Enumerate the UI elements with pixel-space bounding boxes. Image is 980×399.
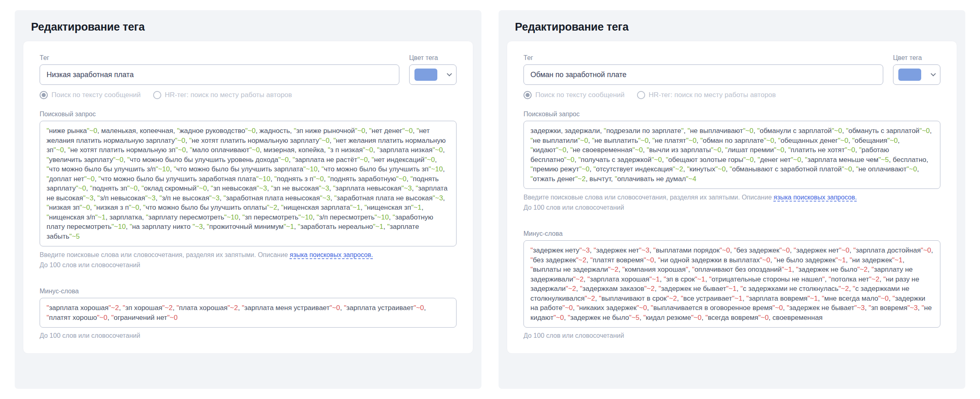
query-language-link[interactable]: языка поисковых запросов. <box>773 194 857 201</box>
tag-row: Тег Цвет тега <box>523 54 940 85</box>
search-query-textarea[interactable]: "ниже рынка"~0, маленькая, копеечная, "ж… <box>40 121 457 246</box>
radio-search-by-message-text[interactable]: Поиск по тексту сообщений <box>40 91 141 99</box>
tag-input[interactable] <box>523 64 883 85</box>
minus-limit-text: До 100 слов или словосочетаний <box>523 331 940 340</box>
search-query-textarea[interactable]: задержки, задержали, "подрезали по зарпл… <box>523 121 940 189</box>
tag-color-swatch <box>414 69 437 81</box>
search-type-radio-group: Поиск по тексту сообщений HR-тег: поиск … <box>40 91 457 99</box>
query-hint-text: Введите поисковые слова или словосочетан… <box>40 251 288 258</box>
query-hint-text: Введите поисковые слова или словосочетан… <box>523 194 772 201</box>
query-limit-text: До 100 слов или словосочетаний <box>40 260 457 270</box>
query-hint: Введите поисковые слова или словосочетан… <box>523 193 940 202</box>
radio-label: HR-тег: поиск по месту работы авторов <box>165 91 292 99</box>
tag-edit-card: Тег Цвет тега Поиск по тексту сообщений … <box>507 41 957 354</box>
tag-color-select[interactable] <box>893 64 940 85</box>
query-limit-text: До 100 слов или словосочетаний <box>523 203 940 212</box>
page-title: Редактирование тега <box>23 21 473 33</box>
tag-input[interactable] <box>40 64 399 85</box>
radio-label: Поиск по тексту сообщений <box>51 91 141 99</box>
tag-color-field: Цвет тега <box>409 54 457 85</box>
tag-field: Тег <box>523 54 883 85</box>
tag-color-swatch <box>898 69 921 81</box>
radio-unchecked-icon <box>153 91 161 99</box>
minus-words-section: Минус-слова "зарплата хорошая"~2, "зп хо… <box>40 288 457 340</box>
tag-color-label: Цвет тега <box>893 54 940 62</box>
tag-label: Тег <box>523 54 883 62</box>
search-query-section: Поисковый запрос "ниже рынка"~0, маленьк… <box>40 111 457 270</box>
tag-edit-panel-left: Редактирование тега Тег Цвет тега Поиск … <box>15 10 481 389</box>
tag-color-label: Цвет тега <box>409 54 457 62</box>
radio-hr-tag-search[interactable]: HR-тег: поиск по месту работы авторов <box>637 91 776 99</box>
chevron-down-icon <box>931 71 936 76</box>
tag-color-field: Цвет тега <box>893 54 940 85</box>
minus-words-label: Минус-слова <box>523 230 940 237</box>
chevron-down-icon <box>447 71 452 76</box>
search-query-section: Поисковый запрос задержки, задержали, "п… <box>523 111 940 212</box>
minus-words-section: Минус-слова "задержек нету"~3, "задержек… <box>523 230 940 340</box>
minus-words-textarea[interactable]: "задержек нету"~3, "задержек нет"~3, "вы… <box>523 240 940 328</box>
radio-label: HR-тег: поиск по месту работы авторов <box>649 91 776 99</box>
tag-field: Тег <box>40 54 399 85</box>
query-hint: Введите поисковые слова или словосочетан… <box>40 250 457 259</box>
page-title: Редактирование тега <box>507 21 957 33</box>
tag-color-select[interactable] <box>409 64 457 85</box>
radio-checked-icon <box>523 91 532 99</box>
radio-label: Поиск по тексту сообщений <box>535 91 625 99</box>
search-type-radio-group: Поиск по тексту сообщений HR-тег: поиск … <box>523 91 940 99</box>
tag-edit-panel-right: Редактирование тега Тег Цвет тега Поиск … <box>499 10 965 389</box>
search-query-label: Поисковый запрос <box>40 111 457 118</box>
minus-words-textarea[interactable]: "зарплата хорошая"~2, "зп хорошая"~2, "п… <box>40 298 457 328</box>
radio-hr-tag-search[interactable]: HR-тег: поиск по месту работы авторов <box>153 91 292 99</box>
minus-limit-text: До 100 слов или словосочетаний <box>40 331 457 340</box>
tag-label: Тег <box>40 54 399 62</box>
tag-edit-card: Тег Цвет тега Поиск по тексту сообщений … <box>23 41 473 354</box>
radio-search-by-message-text[interactable]: Поиск по тексту сообщений <box>523 91 625 99</box>
radio-unchecked-icon <box>637 91 645 99</box>
minus-words-label: Минус-слова <box>40 288 457 295</box>
radio-checked-icon <box>40 91 48 99</box>
query-language-link[interactable]: языка поисковых запросов. <box>290 251 373 258</box>
tag-row: Тег Цвет тега <box>40 54 457 85</box>
search-query-label: Поисковый запрос <box>523 111 940 118</box>
